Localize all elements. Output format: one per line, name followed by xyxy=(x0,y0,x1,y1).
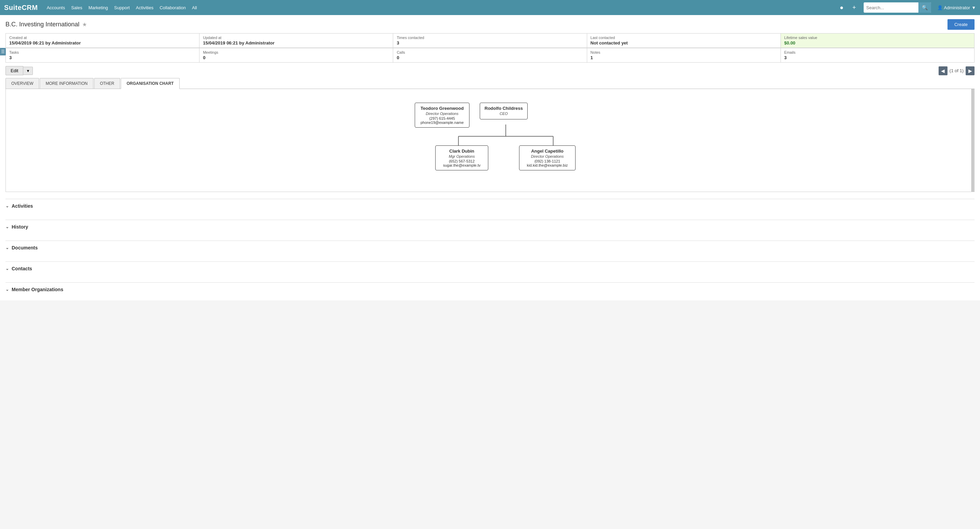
node-angel-email: kid.kid.the@example.biz xyxy=(523,163,571,167)
nav-sales[interactable]: Sales xyxy=(71,5,83,10)
org-node-teodoro[interactable]: Teodoro Greenwood Director Operations (2… xyxy=(415,103,469,128)
panel-contacts-label: Contacts xyxy=(12,266,32,271)
org-chart-panel: Teodoro Greenwood Director Operations (2… xyxy=(5,89,975,192)
chevron-contacts-icon: ⌄ xyxy=(5,266,9,271)
user-dropdown-icon: ▼ xyxy=(972,5,976,10)
node-angel-phone: (092) 138-1121 xyxy=(523,159,571,163)
stat-calls: Calls 0 xyxy=(393,48,587,63)
tab-organisation-chart[interactable]: ORGANISATION CHART xyxy=(121,78,180,89)
sidebar-toggle-icon[interactable]: ☰ xyxy=(0,48,6,56)
node-teodoro-name: Teodoro Greenwood xyxy=(419,106,465,111)
stats-row-2: Tasks 3 Meetings 0 Calls 0 Notes 1 Email… xyxy=(5,48,975,63)
favorite-star-icon[interactable]: ★ xyxy=(82,21,87,28)
panel-member-organizations-label: Member Organizations xyxy=(12,287,63,292)
app-logo: SuiteCRM xyxy=(4,4,38,12)
stat-times-contacted: Times contacted 3 xyxy=(393,33,587,48)
user-name: Administrator xyxy=(944,5,970,10)
nav-support[interactable]: Support xyxy=(114,5,130,10)
top-navigation: SuiteCRM Accounts Sales Marketing Suppor… xyxy=(0,0,980,15)
pagination-info: (1 of 1) xyxy=(950,68,964,73)
org-node-rodolfo[interactable]: Rodolfo Childress CEO xyxy=(480,103,528,119)
scrollbar[interactable] xyxy=(972,89,974,192)
detail-tabs: OVERVIEW MORE INFORMATION OTHER ORGANISA… xyxy=(5,78,975,89)
panel-history: ⌄ History xyxy=(5,220,975,234)
bottom-panels: ⌄ Activities ⌄ History ⌄ Documents ⌄ xyxy=(5,199,975,296)
tab-overview[interactable]: OVERVIEW xyxy=(5,78,39,89)
stats-row-1: Created at 15/04/2019 06:21 by Administr… xyxy=(5,33,975,48)
stat-emails: Emails 3 xyxy=(781,48,975,63)
node-rodolfo-name: Rodolfo Childress xyxy=(484,106,523,111)
node-teodoro-email: phone19@example.name xyxy=(419,121,465,125)
nav-collaboration[interactable]: Collaboration xyxy=(159,5,186,10)
node-clark-email: sugar.the@example.tv xyxy=(440,163,484,167)
chevron-documents-icon: ⌄ xyxy=(5,245,9,250)
user-icon: 👤 xyxy=(937,5,943,10)
stat-updated-at: Updated at 15/04/2019 06:21 by Administr… xyxy=(199,33,393,48)
node-teodoro-phone: (297) 615-4445 xyxy=(419,116,465,121)
chevron-member-org-icon: ⌄ xyxy=(5,287,9,292)
tab-more-information[interactable]: MORE INFORMATION xyxy=(40,78,93,89)
stat-last-contacted: Last contacted Not contacted yet xyxy=(587,33,781,48)
panel-history-label: History xyxy=(12,224,28,230)
nav-activities[interactable]: Activities xyxy=(136,5,153,10)
pagination-prev-button[interactable]: ◀ xyxy=(939,67,948,75)
tab-other[interactable]: OTHER xyxy=(94,78,120,89)
page-title-row: B.C. Investing International ★ Create xyxy=(5,19,975,30)
node-teodoro-title: Director Operations xyxy=(419,111,465,116)
notifications-icon[interactable]: ● xyxy=(838,3,845,13)
edit-button-group: Edit ▼ xyxy=(5,66,33,75)
create-button[interactable]: Create xyxy=(948,19,975,30)
panel-documents-label: Documents xyxy=(12,245,38,251)
panel-member-organizations: ⌄ Member Organizations xyxy=(5,282,975,296)
panel-documents: ⌄ Documents xyxy=(5,241,975,254)
user-menu[interactable]: 👤 Administrator ▼ xyxy=(937,5,976,10)
org-node-angel[interactable]: Angel Capetillo Director Operations (092… xyxy=(519,145,576,170)
node-angel-title: Director Operations xyxy=(523,154,571,159)
node-rodolfo-title: CEO xyxy=(484,111,523,116)
nav-accounts[interactable]: Accounts xyxy=(46,5,65,10)
add-icon[interactable]: + xyxy=(851,3,858,13)
org-chart: Teodoro Greenwood Director Operations (2… xyxy=(356,96,624,185)
stat-created-at: Created at 15/04/2019 06:21 by Administr… xyxy=(6,33,199,48)
pagination: ◀ (1 of 1) ▶ xyxy=(939,67,975,75)
org-node-clark[interactable]: Clark Dubin Mgr Operations (652) 567-531… xyxy=(435,145,488,170)
nav-all[interactable]: All xyxy=(192,5,197,10)
edit-dropdown-button[interactable]: ▼ xyxy=(23,67,33,75)
panel-activities: ⌄ Activities xyxy=(5,199,975,213)
chevron-activities-icon: ⌄ xyxy=(5,203,9,208)
node-clark-phone: (652) 567-5312 xyxy=(440,159,484,163)
node-angel-name: Angel Capetillo xyxy=(523,148,571,154)
stat-tasks: Tasks 3 xyxy=(6,48,199,63)
edit-button[interactable]: Edit xyxy=(5,66,23,75)
chevron-history-icon: ⌄ xyxy=(5,224,9,229)
search-bar: 🔍 xyxy=(864,2,931,13)
panel-activities-label: Activities xyxy=(12,203,33,209)
stat-lifetime-sales: Lifetime sales value $0.00 xyxy=(781,33,975,48)
panel-contacts: ⌄ Contacts xyxy=(5,261,975,275)
search-input[interactable] xyxy=(864,4,918,12)
node-clark-name: Clark Dubin xyxy=(440,148,484,154)
node-clark-title: Mgr Operations xyxy=(440,154,484,159)
stat-notes: Notes 1 xyxy=(587,48,781,63)
stat-meetings: Meetings 0 xyxy=(199,48,393,63)
search-button[interactable]: 🔍 xyxy=(918,2,931,13)
page-title: B.C. Investing International ★ xyxy=(5,21,87,28)
pagination-next-button[interactable]: ▶ xyxy=(966,67,975,75)
edit-row: Edit ▼ ◀ (1 of 1) ▶ xyxy=(5,66,975,75)
nav-marketing[interactable]: Marketing xyxy=(88,5,108,10)
